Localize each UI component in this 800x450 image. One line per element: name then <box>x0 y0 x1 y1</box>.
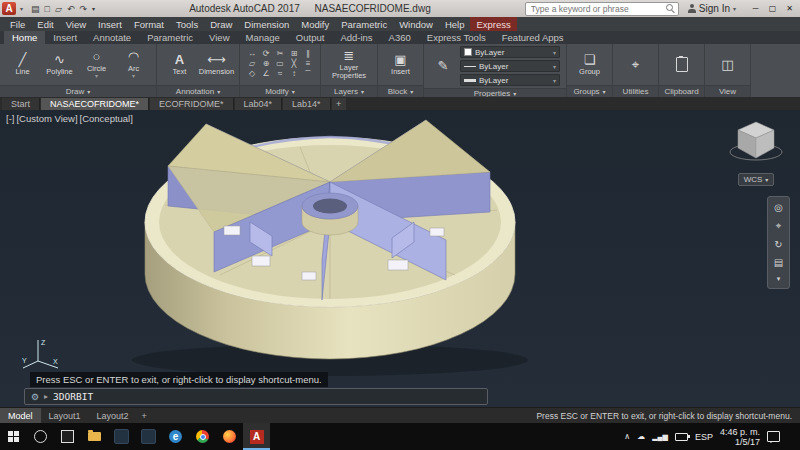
group-tool[interactable]: ❏ Group <box>573 53 606 76</box>
layout2-tab[interactable]: Layout2 <box>89 408 137 423</box>
language-indicator[interactable]: ESP <box>695 432 713 442</box>
draw-panel-label[interactable]: Draw ▾ <box>0 85 156 97</box>
ribbon-tab-featured-apps[interactable]: Featured Apps <box>494 31 572 44</box>
block-panel-label[interactable]: Block ▾ <box>378 85 423 97</box>
nav-wheel-icon[interactable]: ◎ <box>774 202 783 213</box>
menu-draw[interactable]: Draw <box>204 17 238 31</box>
modify-explode-icon[interactable]: ≡ <box>302 59 314 68</box>
task-view-button[interactable] <box>54 423 81 450</box>
sign-in-button[interactable]: Sign In ▾ <box>688 3 736 14</box>
lineweight-dropdown[interactable]: ByLayer ▾ <box>460 74 560 86</box>
ribbon-tab-view[interactable]: View <box>201 31 237 44</box>
menu-view[interactable]: View <box>60 17 92 31</box>
model-viewport[interactable]: [-] [Custom View] [Conceptual] WCS ▾ ◎ ⌖… <box>0 110 800 407</box>
dimension-tool[interactable]: ⟷ Dimension <box>200 53 233 76</box>
onedrive-cloud-icon[interactable]: ☁ <box>637 432 645 441</box>
nav-pan-icon[interactable]: ⌖ <box>776 220 782 232</box>
file-tab-ecofridome[interactable]: ECOFRIDOME* <box>150 98 234 110</box>
qat-menu-icon[interactable]: ▤ <box>31 4 40 14</box>
menu-edit[interactable]: Edit <box>31 17 59 31</box>
match-properties-tool[interactable]: ✎ <box>430 59 456 73</box>
view-control[interactable]: [Custom View] <box>16 113 77 124</box>
view-panel-label[interactable]: View <box>705 85 750 97</box>
annotation-panel-label[interactable]: Annotation ▾ <box>157 85 239 97</box>
modify-extend-icon[interactable]: ↕ <box>288 69 300 80</box>
view-tool[interactable]: ◫ <box>711 58 744 72</box>
battery-icon[interactable] <box>675 433 688 441</box>
minimize-button[interactable]: ─ <box>747 1 764 16</box>
properties-panel-label[interactable]: Properties ▾ <box>424 88 566 97</box>
ribbon-tab-insert[interactable]: Insert <box>45 31 85 44</box>
qat-caret-icon[interactable]: ▾ <box>92 5 95 12</box>
layer-properties-tool[interactable]: ≣ Layer Properties <box>327 49 371 80</box>
edge-button[interactable]: e <box>162 423 189 450</box>
modify-mirror-icon[interactable]: ▱ <box>246 59 258 68</box>
menu-dimension[interactable]: Dimension <box>238 17 295 31</box>
file-tab-lab14[interactable]: Lab14* <box>283 98 331 110</box>
circle-tool[interactable]: ○ Circle ▾ <box>80 50 113 79</box>
viewcube[interactable]: WCS ▾ <box>726 118 786 186</box>
layout1-tab[interactable]: Layout1 <box>41 408 89 423</box>
new-layout-button[interactable]: + <box>137 411 152 421</box>
insert-block-tool[interactable]: ▣ Insert <box>384 53 417 76</box>
file-tab-lab04[interactable]: Lab04* <box>235 98 283 110</box>
ribbon-tab-annotate[interactable]: Annotate <box>85 31 139 44</box>
menu-tools[interactable]: Tools <box>170 17 204 31</box>
maximize-button[interactable]: ▢ <box>764 1 781 16</box>
modify-panel-label[interactable]: Modify ▾ <box>240 85 320 97</box>
network-signal-icon[interactable]: ▂▄▆ <box>652 433 668 441</box>
modify-chamfer-icon[interactable]: ∠ <box>260 69 272 80</box>
qat-redo-icon[interactable]: ↷ <box>79 4 87 14</box>
menu-modify[interactable]: Modify <box>295 17 335 31</box>
wcs-dropdown[interactable]: WCS ▾ <box>738 173 775 186</box>
modify-rotate-icon[interactable]: ⟳ <box>260 49 272 58</box>
tray-expand-icon[interactable]: ∧ <box>624 432 630 441</box>
polyline-tool[interactable]: ∿ Polyline <box>43 53 76 76</box>
modify-move-icon[interactable]: ↔ <box>246 49 258 58</box>
modify-fillet-icon[interactable]: ⊕ <box>260 59 272 68</box>
linetype-dropdown[interactable]: ByLayer ▾ <box>460 60 560 72</box>
command-customize-icon[interactable]: ⚙ <box>31 392 39 402</box>
file-tab-nasaecofridome[interactable]: NASAECOFRIDOME* <box>41 98 149 110</box>
new-drawing-tab-button[interactable]: + <box>332 98 346 110</box>
action-center-icon[interactable] <box>767 431 780 442</box>
search-input[interactable] <box>529 3 663 15</box>
ribbon-tab-parametric[interactable]: Parametric <box>139 31 201 44</box>
menu-express[interactable]: Express <box>470 17 516 31</box>
file-tab-start[interactable]: Start <box>2 98 40 110</box>
text-tool[interactable]: A Text <box>163 53 196 76</box>
search-icon[interactable] <box>666 4 675 13</box>
app-menu-caret-icon[interactable]: ▾ <box>20 5 23 12</box>
cortana-search-button[interactable] <box>27 423 54 450</box>
viewport-menu-control[interactable]: [-] <box>6 113 14 124</box>
ribbon-tab-home[interactable]: Home <box>4 31 45 44</box>
menu-window[interactable]: Window <box>393 17 439 31</box>
menu-parametric[interactable]: Parametric <box>335 17 393 31</box>
qat-undo-icon[interactable]: ↶ <box>67 4 75 14</box>
menu-help[interactable]: Help <box>439 17 471 31</box>
file-explorer-button[interactable] <box>81 423 108 450</box>
taskbar-clock[interactable]: 4:46 p. m. 1/5/17 <box>720 427 760 447</box>
ribbon-tab-a360[interactable]: A360 <box>381 31 419 44</box>
modify-blend-icon[interactable]: ≈ <box>274 69 286 80</box>
nav-more-caret-icon[interactable]: ▾ <box>777 275 781 283</box>
model-tab[interactable]: Model <box>0 408 41 423</box>
autocad-taskbar-button[interactable]: A <box>243 423 270 450</box>
measure-tool[interactable]: ⌖ <box>619 58 652 72</box>
visual-style-control[interactable]: [Conceptual] <box>80 113 133 124</box>
nav-orbit-icon[interactable]: ↻ <box>774 239 782 250</box>
pinned-app-2[interactable] <box>135 423 162 450</box>
help-search-box[interactable] <box>525 2 679 16</box>
arc-tool[interactable]: ◠ Arc ▾ <box>117 50 150 79</box>
dome-3d-model[interactable] <box>0 110 800 407</box>
close-button[interactable]: ✕ <box>781 1 798 16</box>
chrome-button[interactable] <box>189 423 216 450</box>
qat-new-icon[interactable]: □ <box>45 4 50 14</box>
modify-array-icon[interactable]: ⊞ <box>288 49 300 58</box>
modify-scale-icon[interactable]: ◇ <box>246 69 258 80</box>
modify-trim-icon[interactable]: ✂ <box>274 49 286 58</box>
pinned-app-1[interactable] <box>108 423 135 450</box>
clipboard-panel-label[interactable]: Clipboard <box>659 85 704 97</box>
menu-file[interactable]: File <box>4 17 31 31</box>
paste-tool[interactable] <box>665 57 698 72</box>
